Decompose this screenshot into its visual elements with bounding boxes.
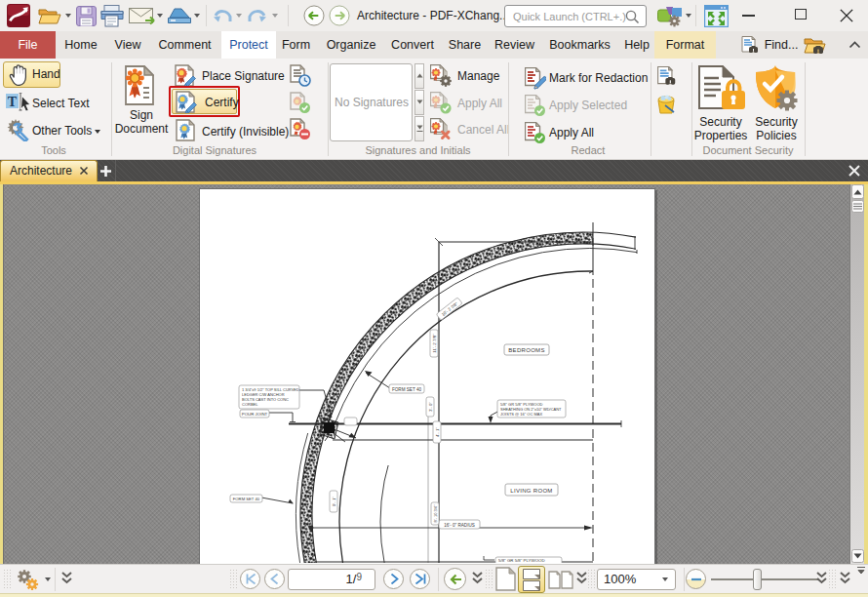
svg-text:4'- 1": 4'- 1" — [435, 427, 440, 437]
svg-text:9'- 1": 9'- 1" — [332, 497, 336, 506]
svg-text:8'- 10 3/4": 8'- 10 3/4" — [433, 504, 438, 523]
svg-text:BEDROOMS: BEDROOMS — [508, 347, 544, 353]
svg-text:FORM SET 40: FORM SET 40 — [392, 387, 421, 392]
svg-text:CORBEL: CORBEL — [242, 402, 258, 407]
svg-text:SHEATHING ON 2"x10": SHEATHING ON 2"x10" — [498, 563, 544, 564]
svg-text:11'- 2 7/8": 11'- 2 7/8" — [432, 334, 437, 353]
svg-text:POUR JOINT: POUR JOINT — [242, 412, 268, 417]
svg-text:FORM SET 40: FORM SET 40 — [233, 497, 260, 501]
svg-text:3'- 0": 3'- 0" — [428, 402, 433, 412]
svg-text:T: T — [8, 95, 18, 109]
svg-text:LIVING ROOM: LIVING ROOM — [510, 488, 552, 494]
svg-text:16'- 0" RADIUS: 16'- 0" RADIUS — [444, 523, 475, 528]
svg-text:JOISTS @ 16" OC MAX: JOISTS @ 16" OC MAX — [500, 412, 542, 417]
